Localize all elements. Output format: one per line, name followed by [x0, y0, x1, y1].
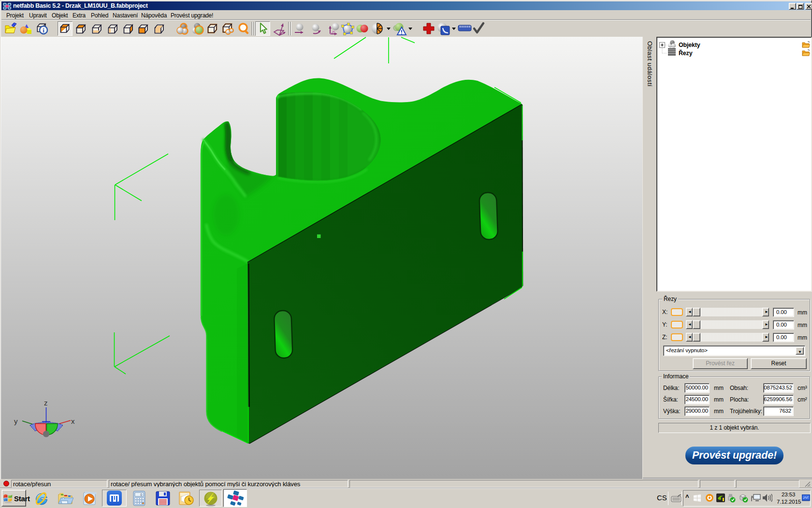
svg-text:Objekty: Objekty: [679, 42, 700, 48]
svg-text:z: z: [44, 399, 47, 407]
svg-text:y: y: [14, 417, 18, 425]
svg-text:x: x: [71, 417, 75, 425]
svg-text:Řezy: Řezy: [679, 49, 693, 57]
svg-text:0: 0: [140, 493, 142, 496]
svg-text:i: i: [43, 27, 44, 34]
